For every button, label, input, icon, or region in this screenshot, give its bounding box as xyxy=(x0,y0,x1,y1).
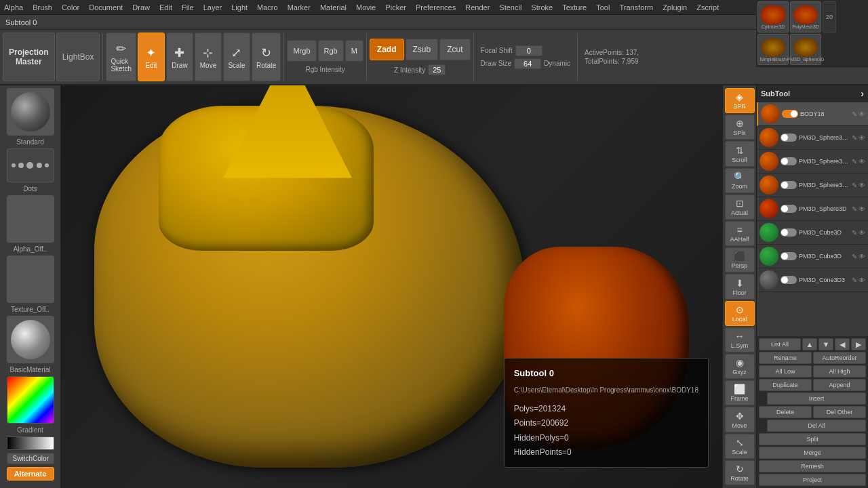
subtool-item-cone3d3[interactable]: PM3D_Cone3D3 ✎ 👁 xyxy=(757,268,868,292)
rename-button[interactable]: Rename xyxy=(759,352,812,364)
menu-tool[interactable]: Tool xyxy=(596,3,610,12)
scale2-button[interactable]: ⤡ Scale xyxy=(725,434,755,459)
alternate-button[interactable]: Alternate xyxy=(7,467,54,481)
z-intensity-value[interactable]: 25 xyxy=(428,64,446,75)
subtool-edit-icon-3[interactable]: ✎ xyxy=(852,158,857,165)
quick-sketch-button[interactable]: ✏ QuickSketch xyxy=(106,33,136,81)
subtool-item-sphere3d1b[interactable]: PM3D_Sphere3D1_..1 ✎ 👁 xyxy=(757,174,868,197)
subtool-item-body18[interactable]: BODY18 ✎ 👁 xyxy=(757,102,868,126)
menu-brush[interactable]: Brush xyxy=(33,3,52,12)
lightbox-button[interactable]: LightBox xyxy=(56,33,100,81)
subtool-expand-icon[interactable]: › xyxy=(861,88,864,99)
thumb-size-input[interactable]: 20 xyxy=(823,1,836,33)
rotate2-button[interactable]: ↻ Rotate xyxy=(725,460,755,485)
thumb-cylinder3d[interactable]: Cylinder3D xyxy=(757,1,789,33)
merge-button[interactable]: Merge xyxy=(759,447,866,459)
subtool-toggle-cone3d3[interactable] xyxy=(781,276,797,284)
move-button[interactable]: ⊹ Move xyxy=(195,33,222,81)
subtool-item-sphere3d[interactable]: PM3D_Sphere3D ✎ 👁 xyxy=(757,197,868,221)
all-low-button[interactable]: All Low xyxy=(759,365,812,378)
append-button[interactable]: Append xyxy=(813,379,866,391)
subtool-toggle-sphere3d[interactable] xyxy=(781,205,797,213)
projection-master-button[interactable]: ProjectionMaster xyxy=(3,33,55,81)
subtool-edit-icon-6[interactable]: ✎ xyxy=(852,229,857,237)
subtool-item-cube3d2[interactable]: PM3D_Cube3D ✎ 👁 xyxy=(757,245,868,268)
subtool-edit-icon-7[interactable]: ✎ xyxy=(852,253,857,260)
menu-alpha[interactable]: Alpha xyxy=(4,3,23,12)
move-down-button[interactable]: ▼ xyxy=(818,338,833,350)
mrgb-button[interactable]: Mrgb xyxy=(287,40,316,62)
material-preview[interactable] xyxy=(7,316,54,363)
rgb-button[interactable]: Rgb xyxy=(318,40,344,62)
all-high-button[interactable]: All High xyxy=(813,365,866,378)
actual-button[interactable]: ⊡ Actual xyxy=(725,195,755,220)
zadd-button[interactable]: Zadd xyxy=(370,39,404,60)
subtool-edit-icon-2[interactable]: ✎ xyxy=(852,134,857,142)
zoom-button[interactable]: 🔍 Zoom xyxy=(725,168,755,193)
menu-edit[interactable]: Edit xyxy=(159,3,172,12)
lsym-button[interactable]: ↔ L.Sym xyxy=(725,327,755,352)
del-other-button[interactable]: Del Other xyxy=(813,406,866,418)
spix-button[interactable]: ⊕ SPix xyxy=(725,115,755,140)
rotate-button[interactable]: ↻ Rotate xyxy=(252,33,281,81)
menu-preferences[interactable]: Preferences xyxy=(416,3,456,12)
persp-button[interactable]: ⬛ Persp xyxy=(725,247,755,272)
menu-light[interactable]: Light xyxy=(231,3,248,12)
frame-button[interactable]: ⬜ Frame xyxy=(725,380,755,405)
edit-button[interactable]: ✦ Edit xyxy=(138,33,165,81)
menu-texture[interactable]: Texture xyxy=(562,3,587,12)
del-all-button[interactable]: Del All xyxy=(767,420,866,432)
m-button[interactable]: M xyxy=(345,40,363,62)
menu-stroke[interactable]: Stroke xyxy=(531,3,553,12)
focal-shift-value[interactable]: 0 xyxy=(515,45,542,56)
menu-render[interactable]: Render xyxy=(465,3,490,12)
menu-stencil[interactable]: Stencil xyxy=(499,3,521,12)
dots-preview[interactable] xyxy=(7,148,54,182)
insert-button[interactable]: Insert xyxy=(767,392,866,405)
zcut-button[interactable]: Zcut xyxy=(439,39,470,60)
texture-preview[interactable] xyxy=(7,256,54,303)
subtool-toggle-sphere3d2[interactable] xyxy=(781,134,797,142)
subtool-edit-icon[interactable]: ✎ xyxy=(852,110,857,118)
subtool-toggle-sphere3d1b[interactable] xyxy=(781,181,797,189)
local-button[interactable]: ⊙ Local xyxy=(725,301,755,326)
menu-file[interactable]: File xyxy=(182,3,194,12)
subtool-toggle-cube3d2[interactable] xyxy=(781,252,797,260)
color-picker[interactable] xyxy=(7,376,54,424)
move-right-button[interactable]: ▶ xyxy=(851,338,866,350)
auto-reorder-button[interactable]: AutoReorder xyxy=(813,352,866,364)
duplicate-button[interactable]: Duplicate xyxy=(759,379,812,391)
thumb-polymesh3d[interactable]: PolyMesh3D xyxy=(790,1,821,33)
subtool-eye-icon[interactable]: 👁 xyxy=(859,110,865,118)
list-all-button[interactable]: List All xyxy=(759,338,801,350)
subtool-edit-icon-5[interactable]: ✎ xyxy=(852,205,857,213)
subtool-toggle-body18[interactable] xyxy=(782,110,798,118)
zsub-button[interactable]: Zsub xyxy=(406,39,439,60)
draw-button[interactable]: ✚ Draw xyxy=(166,33,193,81)
subtool-toggle-cube3d[interactable] xyxy=(781,228,797,237)
menu-macro[interactable]: Macro xyxy=(257,3,278,12)
subtool-eye-icon-2[interactable]: 👁 xyxy=(859,134,865,142)
subtool-eye-icon-4[interactable]: 👁 xyxy=(859,182,865,189)
scale-button[interactable]: ⤢ Scale xyxy=(223,33,250,81)
subtool-item-sphere3d2[interactable]: PM3D_Sphere3D2 ✎ 👁 xyxy=(757,126,868,150)
thumb-sphere3d[interactable]: PM3D_Sphere3D xyxy=(790,34,821,65)
move2-button[interactable]: ✥ Move xyxy=(725,407,755,432)
menu-zscript[interactable]: Zscript xyxy=(696,3,719,12)
subtool-eye-icon-8[interactable]: 👁 xyxy=(859,277,865,284)
menu-document[interactable]: Document xyxy=(89,3,123,12)
menu-picker[interactable]: Picker xyxy=(385,3,406,12)
menu-transform[interactable]: Transform xyxy=(619,3,653,12)
delete-button[interactable]: Delete xyxy=(759,406,812,418)
thumb-simplebrush[interactable]: SimpleBrush xyxy=(757,34,789,65)
gxyz-button[interactable]: ◉ Gxyz xyxy=(725,354,755,379)
subtool-item-sphere3d1[interactable]: PM3D_Sphere3D1 ✎ 👁 xyxy=(757,150,868,174)
gradient-bar[interactable] xyxy=(7,436,54,450)
subtool-eye-icon-5[interactable]: 👁 xyxy=(859,205,865,213)
dynamic-label[interactable]: Dynamic xyxy=(544,60,570,67)
menu-material[interactable]: Material xyxy=(320,3,347,12)
subtool-edit-icon-8[interactable]: ✎ xyxy=(852,277,857,284)
aahalf-button[interactable]: ≡ AAHalf xyxy=(725,221,755,246)
subtool-eye-icon-6[interactable]: 👁 xyxy=(859,229,865,237)
subtool-edit-icon-4[interactable]: ✎ xyxy=(852,182,857,189)
